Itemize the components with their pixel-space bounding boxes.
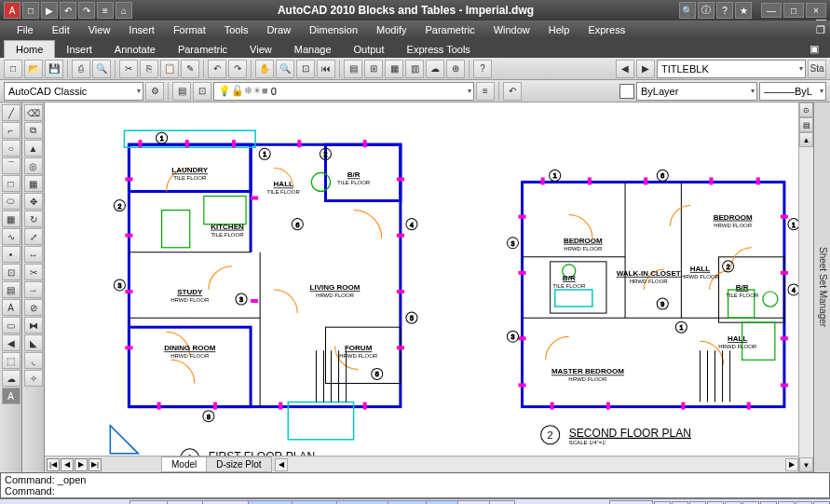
workspace-dropdown[interactable]: AutoCAD Classic	[4, 82, 143, 101]
undo-icon[interactable]: ↶	[208, 60, 226, 78]
layout-tab-dsize[interactable]: D-size Plot	[206, 456, 271, 472]
layer-match-icon[interactable]: ≡	[476, 82, 495, 101]
status-grid-icon[interactable]	[672, 501, 688, 505]
status-ortho[interactable]: ORTHO	[202, 500, 249, 505]
sheet-set-manager-tab[interactable]: Sheet Set Manager	[813, 102, 830, 472]
help2-icon[interactable]: ?	[473, 60, 492, 78]
status-dyn[interactable]: DYN	[426, 500, 458, 505]
layout-tab-model[interactable]: Model	[161, 456, 207, 472]
qat-undo[interactable]: ↷	[78, 2, 95, 19]
help-icon[interactable]: ?	[716, 2, 733, 19]
ribbon-toggle-icon[interactable]: ▣	[798, 40, 830, 58]
layer-states-icon[interactable]: ⊡	[193, 82, 211, 101]
new-icon[interactable]: □	[4, 60, 22, 78]
plot-icon[interactable]: ⎙	[72, 60, 90, 78]
qat-redo[interactable]: ≡	[97, 2, 114, 19]
hatch-icon[interactable]: ▦	[2, 211, 20, 227]
tab-view[interactable]: View	[238, 41, 283, 58]
qc-icon[interactable]: ⊕	[446, 60, 465, 78]
chamfer-icon[interactable]: ◣	[24, 334, 43, 351]
color-control[interactable]	[619, 84, 634, 99]
qat-new[interactable]: □	[22, 2, 39, 19]
tab-manage[interactable]: Manage	[283, 41, 343, 58]
layer-prev-icon[interactable]: ↶	[503, 82, 522, 101]
menu-edit[interactable]: Edit	[43, 22, 79, 37]
status-grid[interactable]: GRID	[167, 500, 203, 505]
drawing-canvas[interactable]: 1 1 2 2 3 4 5 3 6 6 8 1 FIRST FLOOR PLAN…	[45, 102, 798, 472]
tp-icon[interactable]: ▦	[385, 60, 403, 78]
explode-icon[interactable]: ✧	[24, 370, 43, 387]
status-clean-icon[interactable]	[796, 501, 812, 505]
menu-insert[interactable]: Insert	[119, 22, 164, 37]
tab-nav-prev[interactable]: ◀	[61, 458, 74, 471]
trim-icon[interactable]: ✂	[24, 264, 43, 280]
copy-obj-icon[interactable]: ⧉	[24, 122, 43, 139]
revision-icon[interactable]: ☁	[2, 370, 20, 387]
color-dropdown[interactable]: ByLayer	[636, 82, 757, 101]
status-lwt[interactable]: LWT	[457, 500, 489, 505]
tab-nav-last[interactable]: ▶|	[88, 458, 102, 471]
rectangle-icon[interactable]: □	[2, 175, 20, 192]
copy-icon[interactable]: ⎘	[140, 60, 158, 78]
save-icon[interactable]: 💾	[45, 60, 63, 78]
horizontal-scrollbar[interactable]: ◀▶	[275, 458, 798, 471]
menu-dimension[interactable]: Dimension	[300, 22, 367, 37]
tab-insert[interactable]: Insert	[55, 41, 103, 58]
status-iso-icon[interactable]	[778, 501, 795, 505]
stretch-icon[interactable]: ↔	[24, 246, 43, 263]
zoom-prev-icon[interactable]: ⏮	[317, 60, 335, 78]
spline-icon[interactable]: ∿	[2, 228, 20, 245]
layer-prop-icon[interactable]: ▤	[172, 82, 191, 101]
table-icon[interactable]: ▤	[2, 281, 20, 298]
point-icon[interactable]: •	[2, 246, 20, 263]
menu-file[interactable]: File	[7, 22, 43, 37]
text-icon[interactable]: A	[2, 299, 20, 316]
gradient-icon[interactable]: ◀	[2, 334, 20, 351]
zoom-win-icon[interactable]: ⊡	[296, 60, 315, 78]
status-lock-icon[interactable]	[654, 501, 671, 505]
status-toolbar-icon[interactable]	[742, 501, 759, 505]
vertical-scrollbar[interactable]: ⊙ ▤ ▲ ▼	[798, 102, 813, 472]
status-ducs[interactable]: DUCS	[388, 500, 427, 505]
command-line[interactable]: Command: _open Command:	[0, 472, 830, 498]
menu-view[interactable]: View	[79, 22, 120, 37]
tab-parametric[interactable]: Parametric	[167, 41, 238, 58]
rotate-icon[interactable]: ↻	[24, 211, 43, 227]
array-icon[interactable]: ▦	[24, 175, 43, 192]
tab-output[interactable]: Output	[343, 41, 396, 58]
menu-draw[interactable]: Draw	[257, 22, 300, 37]
dc-icon[interactable]: ⊞	[364, 60, 383, 78]
doc-minimize-button[interactable]: —	[816, 13, 826, 24]
search-icon[interactable]: 🔍	[679, 2, 696, 19]
paste-icon[interactable]: 📋	[160, 60, 179, 78]
ssm-icon[interactable]: ▥	[405, 60, 424, 78]
status-qp[interactable]: QP	[489, 500, 515, 505]
menu-express[interactable]: Express	[578, 22, 634, 37]
redo-icon[interactable]: ↷	[228, 60, 247, 78]
markup-icon[interactable]: ☁	[426, 60, 444, 78]
status-hw-icon[interactable]	[760, 501, 777, 505]
extend-icon[interactable]: →	[24, 281, 43, 298]
tab-nav-next[interactable]: ▶	[75, 458, 88, 471]
block-dropdown[interactable]: TITLEBLK	[657, 60, 806, 78]
menu-modify[interactable]: Modify	[367, 22, 415, 37]
status-tray-icon[interactable]	[813, 501, 830, 505]
properties-icon[interactable]: ▤	[344, 60, 362, 78]
sta-icon[interactable]: Sta	[808, 60, 826, 78]
infocenter-icon[interactable]: ⓘ	[698, 2, 714, 19]
status-osnap[interactable]: OSNAP	[292, 500, 337, 505]
line-icon[interactable]: ╱	[2, 104, 20, 121]
qat-more[interactable]: ⌂	[116, 2, 132, 19]
status-snap[interactable]: SNAP	[129, 500, 168, 505]
menu-tools[interactable]: Tools	[215, 22, 258, 37]
menu-help[interactable]: Help	[539, 22, 579, 37]
menu-format[interactable]: Format	[164, 22, 215, 37]
minimize-button[interactable]: —	[761, 3, 782, 18]
polyline-icon[interactable]: ⌐	[2, 122, 20, 139]
ellipse-icon[interactable]: ⬭	[2, 193, 20, 210]
status-ws-icon[interactable]	[725, 501, 742, 505]
pan-icon[interactable]: ✋	[255, 60, 274, 78]
arc-icon[interactable]: ⌒	[2, 157, 20, 174]
boundary-icon[interactable]: ⬚	[2, 352, 20, 369]
offset-icon[interactable]: ◎	[24, 157, 43, 174]
